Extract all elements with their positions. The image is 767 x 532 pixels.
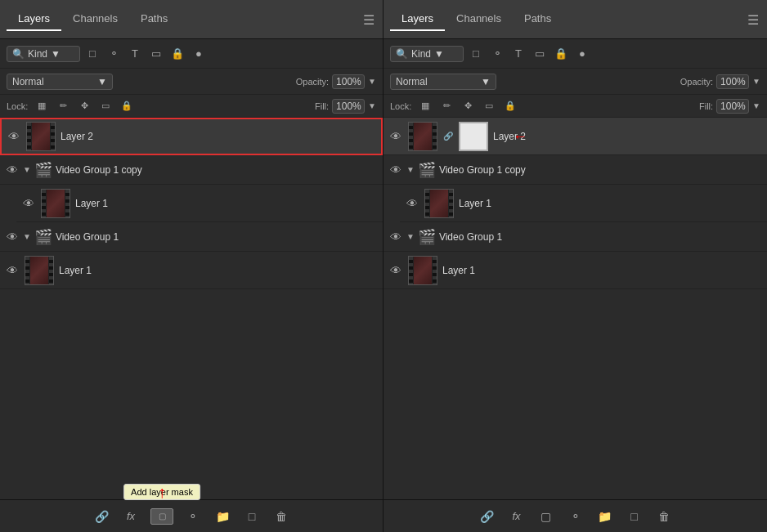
group-chevron-right[interactable]: ▼	[406, 232, 415, 241]
filter-image-icon-right[interactable]: □	[467, 45, 485, 63]
film-icon-group-copy-right: 🎬	[418, 161, 436, 179]
filter-circle-icon[interactable]: ●	[190, 45, 208, 63]
visibility-icon-group-copy-right[interactable]: 👁	[388, 163, 403, 177]
opacity-label-left: Opacity:	[296, 77, 329, 87]
opacity-value-right[interactable]: 100%	[716, 74, 749, 89]
visibility-icon-layer1-left[interactable]: 👁	[5, 263, 20, 278]
layer-item-layer2-right[interactable]: 👁 🔗 ← Layer 2	[384, 118, 767, 155]
layer2-name-left: Layer 2	[61, 131, 376, 142]
visibility-icon-layer1-right[interactable]: 👁	[388, 263, 403, 278]
blend-mode-label-right: Normal	[396, 76, 428, 87]
lock-artboard-icon-right[interactable]: ▭	[480, 97, 498, 115]
kind-chevron-left: ▼	[51, 48, 61, 60]
fill-section-left: Fill: 100% ▼	[315, 99, 376, 114]
filter-circle-icon-right[interactable]: ●	[573, 45, 591, 63]
group-item-left[interactable]: 👁 ▼ 🎬 Video Group 1	[0, 222, 383, 252]
mask-icon-symbol: ▢	[159, 512, 166, 521]
group-item-right[interactable]: 👁 ▼ 🎬 Video Group 1	[384, 222, 767, 252]
fx-icon-left[interactable]: fx	[121, 507, 141, 526]
kind-dropdown-right[interactable]: 🔍 Kind ▼	[390, 46, 464, 62]
panel-menu-icon-right[interactable]: ☰	[747, 11, 759, 27]
kind-chevron-right: ▼	[434, 48, 444, 60]
visibility-icon-layer2-left[interactable]: 👁	[7, 129, 21, 144]
tab-layers-left[interactable]: Layers	[7, 7, 61, 31]
filter-adjust-icon-right[interactable]: ⚬	[488, 45, 506, 63]
kind-label-left: Kind	[28, 48, 47, 60]
blend-mode-dropdown-left[interactable]: Normal ▼	[7, 74, 113, 90]
link-icon-left[interactable]: 🔗	[92, 507, 111, 526]
lock-row-right: Lock: ▦ ✏ ✥ ▭ 🔒 Fill: 100% ▼	[384, 95, 767, 118]
tab-channels-left[interactable]: Channels	[61, 7, 129, 31]
lock-label-left: Lock:	[7, 101, 28, 111]
lock-all-icon-right[interactable]: 🔒	[501, 97, 519, 115]
layer-item-layer1-copy-right[interactable]: 👁 Layer 1	[400, 185, 767, 222]
layer-item-layer1-left[interactable]: 👁 Layer 1	[0, 252, 383, 289]
filter-text-icon-right[interactable]: T	[509, 45, 527, 63]
group-copy-name-right: Video Group 1 copy	[439, 164, 762, 176]
lock-move-icon[interactable]: ✥	[75, 97, 93, 115]
layer-item-layer2-left[interactable]: 👁 Layer 2	[0, 118, 383, 155]
lock-artboard-icon[interactable]: ▭	[96, 97, 114, 115]
trash-icon-right[interactable]: 🗑	[654, 507, 674, 526]
layer1-copy-name-left: Layer 1	[75, 198, 378, 209]
mask-icon-left[interactable]: ▢	[150, 508, 173, 525]
group-item-copy-right[interactable]: 👁 ▼ 🎬 Video Group 1 copy	[384, 155, 767, 185]
lock-transparent-icon-right[interactable]: ▦	[416, 97, 434, 115]
tab-paths-left[interactable]: Paths	[129, 7, 179, 31]
lock-move-icon-right[interactable]: ✥	[459, 97, 477, 115]
group-name-left: Video Group 1	[56, 231, 378, 243]
blend-chevron-right: ▼	[481, 76, 491, 87]
group-chevron-copy-right[interactable]: ▼	[406, 165, 415, 174]
layer-item-layer1-copy-left[interactable]: 👁 Layer 1	[16, 185, 383, 222]
filter-text-icon[interactable]: T	[126, 45, 144, 63]
lock-paint-icon[interactable]: ✏	[54, 97, 72, 115]
adjustment-icon-left[interactable]: ⚬	[183, 507, 203, 526]
lock-transparent-icon[interactable]: ▦	[33, 97, 51, 115]
folder-icon-left[interactable]: 📁	[213, 507, 232, 526]
filter-image-icon[interactable]: □	[83, 45, 101, 63]
filter-smart-icon-right[interactable]: 🔒	[552, 45, 570, 63]
new-layer-icon-left[interactable]: □	[242, 507, 262, 526]
mask-icon-right[interactable]: ▢	[536, 507, 556, 526]
group-chevron-copy-left[interactable]: ▼	[23, 165, 31, 174]
blend-mode-dropdown-right[interactable]: Normal ▼	[390, 74, 496, 90]
visibility-icon-group-left[interactable]: 👁	[5, 230, 20, 244]
layers-list-right: 👁 🔗 ← Layer 2 👁 ▼ 🎬	[384, 118, 767, 499]
tab-paths-right[interactable]: Paths	[513, 7, 563, 31]
visibility-icon-group-copy-left[interactable]: 👁	[5, 163, 20, 177]
adjustment-icon-right[interactable]: ⚬	[566, 507, 585, 526]
lock-all-icon[interactable]: 🔒	[118, 97, 136, 115]
filter-smart-icon[interactable]: 🔒	[168, 45, 186, 63]
blend-mode-label-left: Normal	[12, 76, 44, 87]
fill-value-left[interactable]: 100%	[332, 99, 365, 114]
mask-icon-container-left: ↑ ▢ Add layer mask	[150, 508, 173, 525]
group-copy-name-left: Video Group 1 copy	[56, 164, 378, 176]
kind-label-right: Kind	[411, 48, 431, 60]
fill-value-right[interactable]: 100%	[716, 99, 749, 114]
tab-layers-right[interactable]: Layers	[390, 7, 445, 31]
group-item-copy-left[interactable]: 👁 ▼ 🎬 Video Group 1 copy	[0, 155, 383, 185]
panel-menu-icon-left[interactable]: ☰	[363, 11, 375, 27]
folder-icon-right[interactable]: 📁	[595, 507, 615, 526]
thumb-layer1-right	[408, 256, 437, 285]
kind-dropdown-left[interactable]: 🔍 Kind ▼	[7, 46, 80, 62]
right-tabs: Layers Channels Paths ☰	[384, 0, 767, 39]
visibility-icon-layer1-copy-right[interactable]: 👁	[405, 196, 419, 211]
filter-shape-icon[interactable]: ▭	[147, 45, 165, 63]
lock-paint-icon-right[interactable]: ✏	[437, 97, 455, 115]
visibility-icon-group-right[interactable]: 👁	[388, 230, 403, 244]
group-chevron-left[interactable]: ▼	[23, 232, 31, 241]
layer-item-layer1-right[interactable]: 👁 Layer 1	[384, 252, 767, 289]
visibility-icon-layer2-right[interactable]: 👁	[388, 129, 403, 144]
trash-icon-left[interactable]: 🗑	[271, 507, 291, 526]
layer2-name-right: Layer 2	[493, 131, 762, 142]
link-icon-right[interactable]: 🔗	[478, 507, 497, 526]
opacity-value-left[interactable]: 100%	[332, 74, 365, 89]
filter-adjust-icon[interactable]: ⚬	[105, 45, 123, 63]
filter-shape-icon-right[interactable]: ▭	[531, 45, 549, 63]
visibility-icon-layer1-copy-left[interactable]: 👁	[21, 196, 36, 211]
tab-channels-right[interactable]: Channels	[445, 7, 513, 31]
new-layer-icon-right[interactable]: □	[625, 507, 644, 526]
left-tabs: Layers Channels Paths ☰	[0, 0, 383, 39]
fx-icon-right[interactable]: fx	[507, 507, 527, 526]
